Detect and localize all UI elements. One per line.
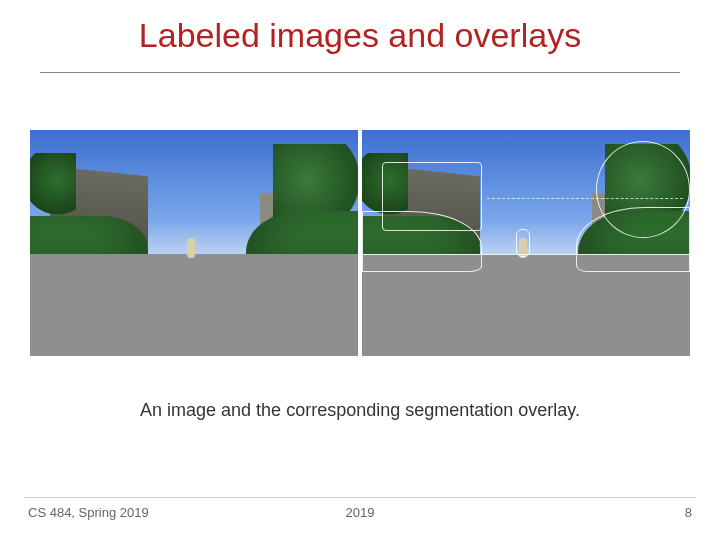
title-divider — [40, 72, 680, 73]
road-surface — [30, 254, 358, 356]
figure-caption: An image and the corresponding segmentat… — [0, 400, 720, 421]
slide-title: Labeled images and overlays — [0, 16, 720, 55]
slide: Labeled images and overlays — [0, 0, 720, 540]
pedestrian — [519, 238, 527, 258]
footer-left: CS 484, Spring 2019 — [28, 505, 149, 520]
slide-footer: CS 484, Spring 2019 2019 8 — [0, 502, 720, 522]
tree-left — [362, 153, 408, 221]
figure-row — [28, 130, 692, 356]
original-image — [30, 130, 358, 356]
segmentation-overlay-image — [362, 130, 690, 356]
pedestrian — [187, 238, 195, 258]
footer-page-number: 8 — [685, 505, 692, 520]
tree-left — [30, 153, 76, 221]
footer-divider — [24, 497, 696, 498]
road-surface — [362, 254, 690, 356]
